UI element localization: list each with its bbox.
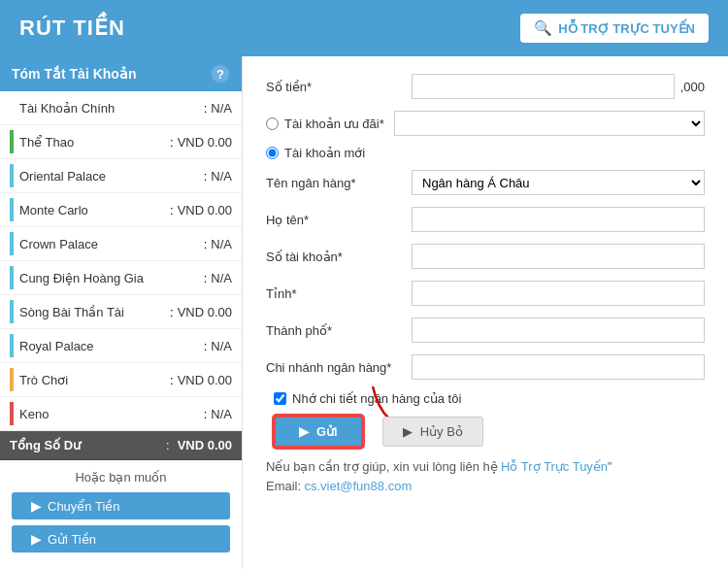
main-content: Tóm Tắt Tài Khoản ? Tài Khoản Chính : N/… (0, 56, 728, 569)
full-name-input[interactable] (412, 207, 705, 232)
royal-palace-value: N/A (211, 339, 232, 353)
new-account-label[interactable]: Tài khoản mới (284, 146, 365, 160)
remember-label[interactable]: Nhớ chi tiết ngân hàng của tôi (292, 391, 461, 406)
amount-input[interactable] (412, 74, 675, 99)
oriental-palace-value: N/A (211, 169, 232, 184)
total-label: Tổng Số Dư (10, 438, 166, 452)
song-bai-label: Sòng Bài Thần Tài (19, 305, 166, 319)
total-value: VND 0.00 (178, 438, 232, 452)
monte-carlo-value: VND 0.00 (178, 203, 232, 218)
promo-account-row: Tài khoản ưu đãi* (266, 111, 705, 136)
crown-palace-value: N/A (211, 237, 232, 251)
color-indicator (10, 368, 14, 391)
sidebar-total: Tổng Số Dư : VND 0.00 (0, 431, 242, 460)
remember-row: Nhớ chi tiết ngân hàng của tôi (274, 391, 705, 406)
account-number-row: Số tài khoản* (266, 244, 705, 269)
sidebar-title: Tóm Tắt Tài Khoản (12, 66, 136, 82)
full-name-row: Họ tên* (266, 207, 705, 232)
promo-account-select[interactable] (394, 111, 705, 136)
account-number-label: Số tài khoản* (266, 250, 412, 264)
arrow-icon: ▶ (31, 498, 42, 514)
cung-dien-value: N/A (211, 271, 232, 285)
bank-name-row: Tên ngân hàng* Ngân hàng Á Châu Ngân hàn… (266, 170, 705, 195)
arrow-icon: ▶ (31, 531, 42, 547)
list-item: Oriental Palace : N/A (0, 159, 242, 193)
province-input[interactable] (412, 281, 705, 306)
crown-palace-label: Crown Palace (19, 237, 200, 251)
email-prefix: Email: (266, 479, 301, 493)
branch-row: Chi nhánh ngân hàng* (266, 354, 705, 380)
list-item: Keno : N/A (0, 397, 242, 431)
help-link[interactable]: Hỗ Trợ Trực Tuyến (501, 459, 608, 474)
account-main-value: N/A (211, 101, 232, 116)
transfer-button[interactable]: ▶ Chuyển Tiền (12, 492, 230, 519)
city-input[interactable] (412, 318, 705, 343)
page-header: RÚT TIỀN 🔍 HỖ TRỢ TRỰC TUYẾN (0, 0, 728, 56)
list-item: Tài Khoản Chính : N/A (0, 91, 242, 125)
color-indicator (10, 334, 14, 357)
color-indicator (10, 300, 14, 323)
keno-value: N/A (211, 407, 232, 421)
sidebar: Tóm Tắt Tài Khoản ? Tài Khoản Chính : N/… (0, 56, 243, 569)
new-account-fields: Tên ngân hàng* Ngân hàng Á Châu Ngân hàn… (266, 170, 705, 380)
bank-name-select[interactable]: Ngân hàng Á Châu Ngân hàng Vietcombank N… (412, 170, 705, 195)
color-indicator (10, 198, 14, 221)
actions-title: Hoặc bạn muốn (12, 470, 230, 485)
the-thao-value: VND 0.00 (178, 135, 232, 150)
search-icon: 🔍 (534, 19, 552, 37)
support-button[interactable]: 🔍 HỖ TRỢ TRỰC TUYẾN (520, 14, 709, 43)
submit-area: ▶ Gửi ▶ Hủy Bỏ (274, 416, 705, 448)
full-name-label: Họ tên* (266, 213, 412, 227)
new-account-radio[interactable] (266, 147, 279, 159)
tro-choi-value: VND 0.00 (178, 373, 232, 387)
page-title: RÚT TIỀN (19, 16, 125, 41)
arrow-icon: ▶ (403, 424, 413, 439)
account-main-label: Tài Khoản Chính (19, 101, 200, 116)
city-label: Thành phố* (266, 323, 412, 338)
help-text: Nếu bạn cần trợ giúp, xin vui lòng liên … (266, 457, 705, 495)
help-email[interactable]: cs.viet@fun88.com (304, 479, 412, 493)
the-thao-label: Thể Thao (19, 135, 166, 150)
amount-wrapper: ,000 (412, 74, 705, 99)
amount-label: Số tiền* (266, 80, 412, 94)
branch-label: Chi nhánh ngân hàng* (266, 360, 412, 375)
cancel-button[interactable]: ▶ Hủy Bỏ (382, 417, 483, 447)
bank-name-label: Tên ngân hàng* (266, 176, 412, 190)
monte-carlo-label: Monte Carlo (19, 203, 166, 218)
amount-suffix: ,000 (680, 80, 705, 94)
help-icon[interactable]: ? (211, 64, 230, 84)
royal-palace-label: Royal Palace (19, 339, 200, 353)
color-indicator (10, 402, 14, 425)
list-item: Cung Điện Hoàng Gia : N/A (0, 261, 242, 295)
new-account-row: Tài khoản mới (266, 146, 705, 160)
tro-choi-label: Trò Chơi (19, 373, 166, 387)
color-indicator (10, 266, 14, 289)
submit-button[interactable]: ▶ Gửi (274, 416, 363, 448)
color-indicator (10, 164, 14, 187)
cancel-label: Hủy Bỏ (420, 424, 463, 439)
list-item: Trò Chơi : VND 0.00 (0, 363, 242, 397)
list-item: Crown Palace : N/A (0, 227, 242, 261)
amount-row: Số tiền* ,000 (266, 74, 705, 99)
account-number-input[interactable] (412, 244, 705, 269)
help-text-prefix: Nếu bạn cần trợ giúp, xin vui lòng liên … (266, 459, 498, 474)
form-area: Số tiền* ,000 Tài khoản ưu đãi* Tài khoả… (243, 56, 728, 569)
province-row: Tỉnh* (266, 281, 705, 306)
promo-account-label[interactable]: Tài khoản ưu đãi* (284, 117, 384, 131)
list-item: Royal Palace : N/A (0, 329, 242, 363)
promo-account-radio[interactable] (266, 117, 279, 130)
list-item: Monte Carlo : VND 0.00 (0, 193, 242, 227)
sidebar-actions: Hoặc bạn muốn ▶ Chuyển Tiền ▶ Gửi Tiền (0, 460, 242, 568)
arrow-icon: ▶ (299, 424, 309, 439)
deposit-button[interactable]: ▶ Gửi Tiền (12, 525, 230, 552)
color-indicator (10, 96, 14, 119)
branch-input[interactable] (412, 354, 705, 380)
color-indicator (10, 130, 14, 153)
support-button-label: HỖ TRỢ TRỰC TUYẾN (558, 21, 695, 36)
list-item: Thể Thao : VND 0.00 (0, 125, 242, 159)
color-indicator (10, 232, 14, 255)
remember-checkbox[interactable] (274, 392, 286, 405)
oriental-palace-label: Oriental Palace (19, 169, 200, 184)
city-row: Thành phố* (266, 318, 705, 343)
transfer-label: Chuyển Tiền (48, 499, 120, 514)
